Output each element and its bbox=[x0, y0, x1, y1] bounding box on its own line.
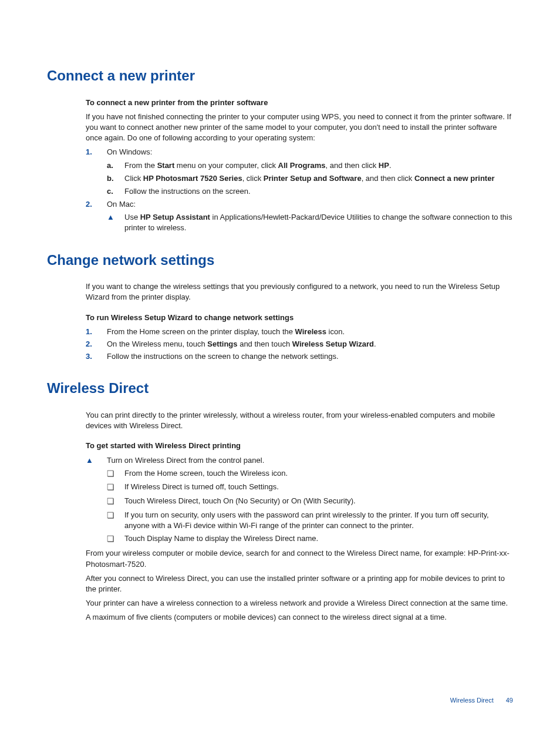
square-icon: ❏ bbox=[107, 496, 124, 508]
ordered-list: 1. On Windows: a. From the Start menu on… bbox=[86, 147, 513, 233]
list-item: ❏Touch Wireless Direct, touch On (No Sec… bbox=[107, 496, 513, 508]
list-marker: 3. bbox=[86, 351, 107, 362]
list-item: 1. On Windows: bbox=[86, 147, 513, 157]
heading-wireless-direct: Wireless Direct bbox=[47, 378, 513, 398]
list-text: Click HP Photosmart 7520 Series, click P… bbox=[124, 173, 494, 184]
list-text: Turn on Wireless Direct from the control… bbox=[107, 455, 264, 466]
list-item: ❏If Wireless Direct is turned off, touch… bbox=[107, 482, 513, 493]
list-text: Use HP Setup Assistant in Applications/H… bbox=[124, 212, 513, 233]
section-content: You can print directly to the printer wi… bbox=[86, 410, 513, 623]
list-item: 3. Follow the instructions on the screen… bbox=[86, 351, 513, 362]
page-footer: Wireless Direct 49 bbox=[450, 696, 513, 705]
square-icon: ❏ bbox=[107, 468, 124, 480]
alpha-list: a. From the Start menu on your computer,… bbox=[107, 160, 513, 197]
paragraph: If you have not finished connecting the … bbox=[86, 112, 513, 144]
triangle-icon: ▲ bbox=[107, 212, 124, 233]
list-text: If Wireless Direct is turned off, touch … bbox=[124, 482, 279, 493]
list-text: From the Start menu on your computer, cl… bbox=[124, 160, 392, 171]
heading-change-network-settings: Change network settings bbox=[47, 250, 513, 270]
list-item: c. Follow the instructions on the screen… bbox=[107, 186, 513, 197]
list-text: From the Home screen, touch the Wireless… bbox=[124, 468, 288, 480]
list-item: ❏Touch Display Name to display the Wirel… bbox=[107, 533, 513, 545]
list-item: ❏From the Home screen, touch the Wireles… bbox=[107, 468, 513, 480]
heading-connect-new-printer: Connect a new printer bbox=[47, 66, 513, 86]
list-item: a. From the Start menu on your computer,… bbox=[107, 160, 513, 171]
list-marker: c. bbox=[107, 186, 124, 197]
list-marker: 2. bbox=[86, 199, 107, 210]
list-text: Follow the instructions on the screen. bbox=[124, 186, 251, 197]
page-number: 49 bbox=[506, 697, 513, 704]
list-item: 2. On Mac: bbox=[86, 199, 513, 210]
list-text: Touch Wireless Direct, touch On (No Secu… bbox=[124, 496, 356, 508]
list-marker: a. bbox=[107, 160, 124, 171]
triangle-list: ▲ Use HP Setup Assistant in Applications… bbox=[107, 212, 513, 233]
list-text: On the Wireless menu, touch Settings and… bbox=[107, 339, 376, 350]
document-page: Connect a new printer To connect a new p… bbox=[0, 0, 560, 746]
paragraph: After you connect to Wireless Direct, yo… bbox=[86, 573, 513, 594]
ordered-list: 1. From the Home screen on the printer d… bbox=[86, 327, 513, 362]
subhead-wireless-direct: To get started with Wireless Direct prin… bbox=[86, 441, 513, 451]
list-marker: 1. bbox=[86, 327, 107, 337]
footer-section-label: Wireless Direct bbox=[450, 697, 494, 704]
square-icon: ❏ bbox=[107, 533, 124, 545]
list-marker: 1. bbox=[86, 147, 107, 157]
square-icon: ❏ bbox=[107, 510, 124, 531]
list-item: ❏If you turn on security, only users wit… bbox=[107, 510, 513, 531]
list-text: On Mac: bbox=[107, 199, 136, 210]
list-item: 2. On the Wireless menu, touch Settings … bbox=[86, 339, 513, 350]
list-text: On Windows: bbox=[107, 147, 152, 157]
list-item: 1. From the Home screen on the printer d… bbox=[86, 327, 513, 337]
triangle-icon: ▲ bbox=[86, 455, 107, 466]
paragraph: From your wireless computer or mobile de… bbox=[86, 548, 513, 569]
section-content: If you want to change the wireless setti… bbox=[86, 281, 513, 362]
list-item: ▲ Turn on Wireless Direct from the contr… bbox=[86, 455, 513, 466]
square-icon: ❏ bbox=[107, 482, 124, 493]
triangle-root-list: ▲ Turn on Wireless Direct from the contr… bbox=[86, 455, 513, 545]
list-marker: 2. bbox=[86, 339, 107, 350]
list-text: From the Home screen on the printer disp… bbox=[107, 327, 345, 337]
list-item: ▲ Use HP Setup Assistant in Applications… bbox=[107, 212, 513, 233]
square-list: ❏From the Home screen, touch the Wireles… bbox=[107, 468, 513, 545]
subhead-wizard: To run Wireless Setup Wizard to change n… bbox=[86, 312, 513, 323]
paragraph: A maximum of five clients (computers or … bbox=[86, 612, 513, 623]
list-text: Follow the instructions on the screen to… bbox=[107, 351, 339, 362]
list-text: If you turn on security, only users with… bbox=[124, 510, 513, 531]
section-content: To connect a new printer from the printe… bbox=[86, 98, 513, 234]
paragraph: You can print directly to the printer wi… bbox=[86, 410, 513, 431]
list-text: Touch Display Name to display the Wirele… bbox=[124, 533, 318, 545]
list-marker: b. bbox=[107, 173, 124, 184]
paragraph: If you want to change the wireless setti… bbox=[86, 281, 513, 303]
subhead-connect: To connect a new printer from the printe… bbox=[86, 98, 513, 108]
list-item: b. Click HP Photosmart 7520 Series, clic… bbox=[107, 173, 513, 184]
paragraph: Your printer can have a wireless connect… bbox=[86, 598, 513, 609]
